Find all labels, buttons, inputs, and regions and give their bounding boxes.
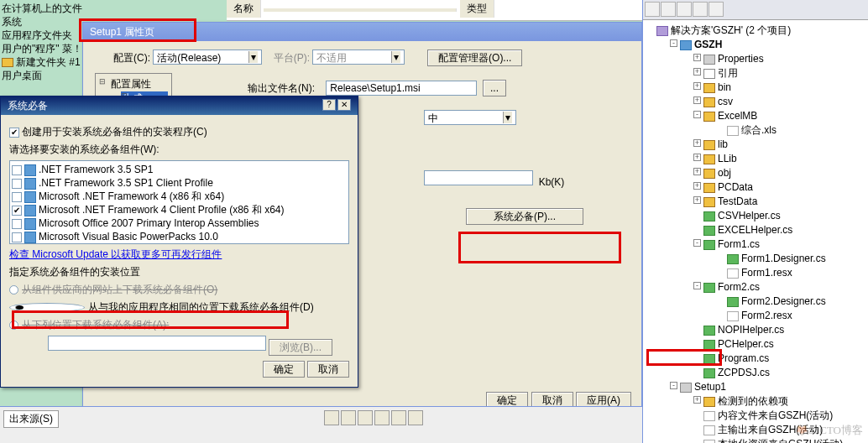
config-select[interactable]: 活动(Release) [153,50,262,65]
desktop-line: 在计算机上的文件系统 [2,2,91,29]
tool-icon[interactable] [677,2,692,17]
platform-select: 不适用 [312,50,405,65]
tool-icon[interactable] [391,410,406,425]
prereq-title: 系统必备 [8,100,48,112]
highlight-box [79,18,196,42]
desktop-folder[interactable]: 新建文件夹 #1 [2,55,91,69]
prereq-item[interactable]: Microsoft .NET Framework 4 Client Profil… [12,203,347,216]
checkbox[interactable] [12,206,22,216]
prereq-item[interactable]: Microsoft .NET Framework 4 (x86 和 x64) [12,190,347,203]
cs-icon [703,211,715,222]
cs-icon [703,326,715,336]
folder-icon [703,183,715,193]
folder-icon [703,154,715,164]
desktop-line: 用户的"程序" 菜！ [2,42,91,55]
create-installer-checkbox[interactable] [9,128,19,138]
cs-icon [727,297,739,307]
resx-icon [727,311,739,321]
folder-icon [703,197,715,207]
config-label: 配置(C): [113,51,150,65]
component-icon [24,178,36,190]
components-listbox[interactable]: .NET Framework 3.5 SP1.NET Framework 3.5… [9,160,349,244]
config-manager-button[interactable]: 配置管理器(O)... [427,50,522,66]
solution-explorer: 解决方案'GSZH' (2 个项目) -GSZH +Properties +引用… [642,0,868,443]
desktop-line: 用户桌面 [2,69,91,82]
expander-icon[interactable]: - [670,39,677,47]
cs-icon [727,254,739,264]
solution-icon [656,26,668,36]
col-name[interactable]: 名称 [227,0,261,18]
custom-path-input [48,336,266,351]
solution-toolbar [643,0,868,20]
prereq-titlebar[interactable]: 系统必备 ✕ ? [1,96,358,115]
kb-label: Kb(K) [539,176,565,188]
project-icon [680,40,692,50]
source-tab[interactable]: 出来源(S) [3,410,59,428]
platform-label: 平台(P): [274,51,310,65]
prereq-item[interactable]: .NET Framework 3.5 SP1 Client Profile [12,176,347,190]
output-icon [703,440,715,443]
prereq-cancel-button[interactable]: 取消 [307,361,349,378]
bottom-bar: 出来源(S) [0,406,642,443]
prereq-ok-button[interactable]: 确定 [263,361,305,378]
checkbox[interactable] [12,232,22,242]
ms-update-link[interactable]: 检查 Microsoft Update 以获取更多可再发行组件 [9,248,222,260]
help-icon[interactable]: ? [322,99,336,111]
resx-icon [727,268,739,279]
prereq-item[interactable]: .NET Framework 3.5 SP1 [12,163,347,176]
tool-icon[interactable] [374,410,390,425]
folder-icon [2,58,13,67]
checkbox[interactable] [12,219,22,229]
prereq-item[interactable]: Microsoft Office 2007 Primary Interop As… [12,216,347,230]
kb-input[interactable] [424,170,533,185]
tool-icon[interactable] [661,2,676,17]
xls-icon [727,126,739,136]
prereq-item[interactable]: Microsoft Visual Basic PowerPacks 10.0 [12,230,347,243]
close-icon[interactable]: ✕ [337,99,351,111]
tool-icon[interactable] [341,410,356,425]
tool-icon[interactable] [709,2,724,17]
tool-icon[interactable] [693,2,708,17]
component-icon [24,205,36,216]
select-components-label: 请选择要安装的系统必备组件(W): [9,143,349,157]
output-file-label: 输出文件名(N): [248,81,315,96]
desktop-line: 应用程序文件夹 [2,29,91,42]
checkbox[interactable] [12,192,22,202]
references-icon [703,69,715,79]
prereq-button[interactable]: 系统必备(P)... [466,208,583,225]
output-icon [703,411,715,421]
cs-icon [703,368,715,378]
mid-select[interactable]: 中 [424,110,516,125]
folder-icon [703,112,715,122]
cs-icon [703,226,715,236]
tool-icon[interactable] [358,410,373,425]
checkbox[interactable] [12,179,22,189]
browse-button: 浏览(B)... [269,339,332,356]
tool-icon[interactable] [645,2,660,17]
file-list-bg: 名称 类型 [227,0,642,21]
tool-icon[interactable] [408,410,423,425]
highlight-box [646,349,722,366]
component-icon [24,191,36,203]
folder-icon [703,140,715,150]
folder-icon [703,97,715,107]
cs-icon [703,283,715,293]
output-file-input[interactable]: Release\Setup1.msi [326,81,477,96]
col-type[interactable]: 类型 [460,0,494,18]
folder-icon [703,397,715,407]
watermark: 🦊51CTO博客 [795,423,863,438]
solution-tree[interactable]: 解决方案'GSZH' (2 个项目) -GSZH +Properties +引用… [643,20,868,443]
prereq-dialog: 系统必备 ✕ ? 创建用于安装系统必备组件的安装程序(C) 请选择要安装的系统必… [0,96,358,388]
folder-icon [703,83,715,93]
desktop-tree: 在计算机上的文件系统 应用程序文件夹 用户的"程序" 菜！ 新建文件夹 #1 用… [0,0,92,84]
properties-icon [703,55,715,65]
component-icon [24,218,36,230]
install-location-label: 指定系统必备组件的安装位置 [9,265,349,279]
checkbox[interactable] [12,165,22,175]
output-icon [703,425,715,435]
tool-icon[interactable] [324,410,339,425]
highlight-box [12,310,289,329]
radio-vendor[interactable] [9,285,18,294]
folder-icon [703,169,715,179]
browse-output-button[interactable]: ... [483,80,506,96]
